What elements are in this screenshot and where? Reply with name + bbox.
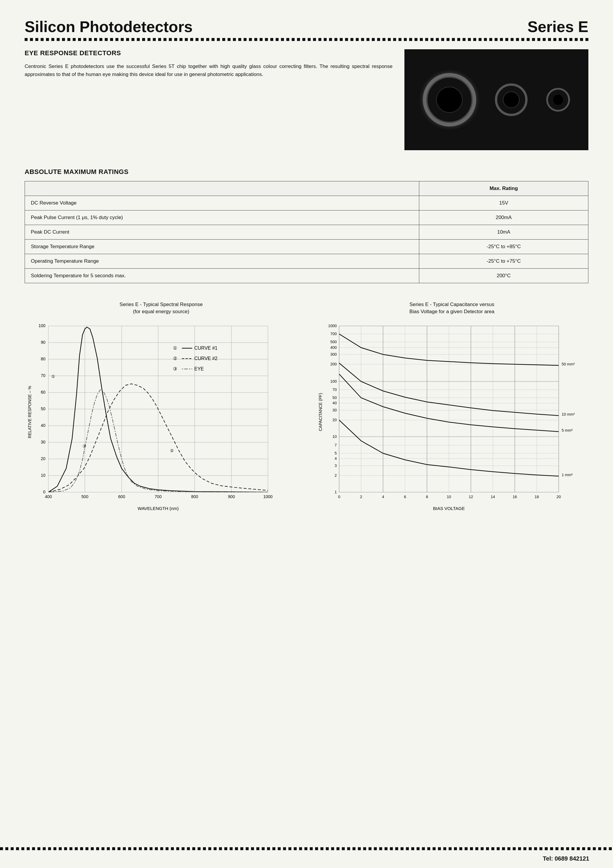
svg-text:10: 10 [447, 494, 451, 499]
ratings-table: Max. Rating DC Reverse Voltage15VPeak Pu… [25, 181, 588, 283]
chart1-x-label: WAVELENGTH (nm) [138, 506, 179, 511]
label-50mm: 50 mm² [562, 362, 575, 366]
chart2-svg: CAPACITANCE (PF) [316, 320, 582, 522]
parameter-cell: Operating Temperature Range [25, 254, 419, 269]
value-cell: 10mA [419, 225, 588, 240]
svg-text:6: 6 [404, 494, 406, 499]
table-row: Storage Temperature Range-25°C to +85°C [25, 240, 588, 254]
label-10mm: 10 mm² [562, 412, 575, 417]
svg-text:60: 60 [41, 390, 45, 395]
svg-text:10: 10 [333, 434, 337, 439]
svg-text:3: 3 [335, 463, 337, 468]
svg-text:1: 1 [335, 490, 337, 494]
svg-text:14: 14 [491, 494, 495, 499]
value-cell: 200°C [419, 269, 588, 283]
spectral-response-chart: Series E - Typical Spectral Response (fo… [25, 301, 297, 523]
bottom-separator [0, 847, 613, 850]
svg-text:30: 30 [333, 408, 337, 412]
svg-text:70: 70 [333, 388, 337, 392]
curve1-marker: ① [51, 374, 55, 379]
chart1-title: Series E - Typical Spectral Response (fo… [25, 301, 297, 315]
svg-text:700: 700 [330, 332, 337, 336]
label-1mm: 1 mm² [562, 473, 573, 477]
table-row: DC Reverse Voltage15V [25, 196, 588, 211]
svg-text:5: 5 [335, 451, 337, 456]
value-cell: 200mA [419, 211, 588, 225]
svg-text:2: 2 [335, 473, 337, 477]
svg-text:700: 700 [155, 494, 162, 499]
ratings-col-value: Max. Rating [419, 181, 588, 196]
eye-response-text-block: EYE RESPONSE DETECTORS Centronic Series … [25, 49, 393, 150]
chart2-y-label: CAPACITANCE (PF) [318, 393, 323, 431]
eye-response-section: EYE RESPONSE DETECTORS Centronic Series … [25, 49, 588, 150]
table-row: Peak DC Current10mA [25, 225, 588, 240]
photo-circle-small [546, 88, 570, 112]
svg-text:500: 500 [330, 339, 337, 344]
svg-text:1000: 1000 [263, 494, 272, 499]
parameter-cell: Peak DC Current [25, 225, 419, 240]
svg-text:40: 40 [41, 423, 45, 428]
chart2-x-label: BIAS VOLTAGE [433, 506, 465, 511]
svg-text:90: 90 [41, 340, 45, 345]
svg-text:500: 500 [81, 494, 88, 499]
ratings-section: ABSOLUTE MAXIMUM RATINGS Max. Rating DC … [25, 168, 588, 283]
svg-text:70: 70 [41, 373, 45, 378]
svg-text:100: 100 [39, 323, 46, 328]
curve3-marker: ③ [82, 444, 86, 448]
eye-response-heading: EYE RESPONSE DETECTORS [25, 49, 393, 57]
svg-text:0: 0 [43, 490, 45, 494]
svg-text:20: 20 [41, 456, 45, 461]
table-row: Peak Pulse Current (1 μs, 1% duty cycle)… [25, 211, 588, 225]
svg-text:16: 16 [513, 494, 517, 499]
svg-text:50: 50 [333, 395, 337, 400]
svg-text:18: 18 [535, 494, 539, 499]
value-cell: -25°C to +85°C [419, 240, 588, 254]
ratings-col-parameter [25, 181, 419, 196]
svg-text:4: 4 [335, 456, 337, 461]
svg-text:12: 12 [469, 494, 473, 499]
page-title: Silicon Photodetectors [25, 18, 193, 36]
svg-text:40: 40 [333, 401, 337, 405]
legend-1-label: CURVE #1 [194, 346, 217, 350]
svg-text:1000: 1000 [328, 324, 337, 328]
label-5mm: 5 mm² [562, 428, 573, 432]
product-image [404, 49, 588, 150]
svg-text:200: 200 [330, 362, 337, 366]
parameter-cell: Storage Temperature Range [25, 240, 419, 254]
svg-text:400: 400 [330, 345, 337, 350]
svg-text:20: 20 [557, 494, 561, 499]
svg-text:600: 600 [118, 494, 125, 499]
curve2-marker: ② [170, 448, 174, 453]
svg-text:20: 20 [333, 418, 337, 422]
table-row: Soldering Temperature for 5 seconds max.… [25, 269, 588, 283]
legend-1-num: ① [173, 346, 177, 350]
svg-text:30: 30 [41, 440, 45, 444]
series-label: Series E [528, 18, 588, 36]
svg-text:4: 4 [382, 494, 384, 499]
parameter-cell: Soldering Temperature for 5 seconds max. [25, 269, 419, 283]
svg-text:80: 80 [41, 356, 45, 361]
svg-text:400: 400 [45, 494, 52, 499]
svg-text:0: 0 [338, 494, 340, 499]
legend-3-num: ③ [173, 366, 177, 371]
svg-text:300: 300 [330, 352, 337, 356]
photo-circle-large [423, 73, 476, 127]
charts-section: Series E - Typical Spectral Response (fo… [25, 301, 588, 523]
chart1-svg: RELATIVE RESPONSE – % [25, 320, 280, 522]
photo-circles-container [404, 49, 588, 150]
svg-text:100: 100 [330, 379, 337, 384]
ratings-heading: ABSOLUTE MAXIMUM RATINGS [25, 168, 588, 176]
capacitance-chart: Series E - Typical Capacitance versus Bi… [316, 301, 588, 523]
chart2-title: Series E - Typical Capacitance versus Bi… [316, 301, 588, 315]
svg-text:10: 10 [41, 473, 45, 477]
svg-text:8: 8 [426, 494, 428, 499]
legend-2-label: CURVE #2 [194, 356, 217, 361]
photo-circle-medium [495, 84, 528, 116]
svg-text:900: 900 [228, 494, 235, 499]
parameter-cell: DC Reverse Voltage [25, 196, 419, 211]
legend-2-num: ② [173, 356, 177, 361]
svg-text:50: 50 [41, 406, 45, 411]
value-cell: -25°C to +75°C [419, 254, 588, 269]
chart1-y-label: RELATIVE RESPONSE – % [27, 386, 32, 438]
svg-text:7: 7 [335, 443, 337, 447]
